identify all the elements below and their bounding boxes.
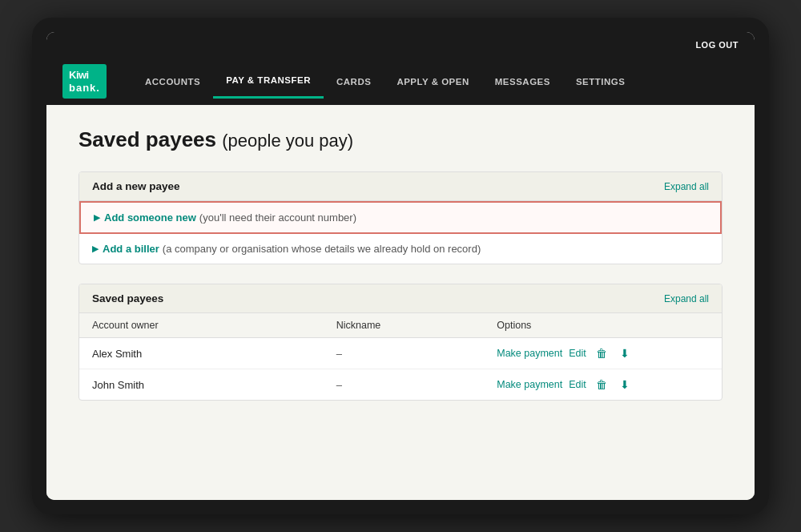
make-payment-link-1[interactable]: Make payment xyxy=(497,348,562,359)
top-bar: LOG OUT xyxy=(46,32,755,58)
table-row: Alex Smith – Make payment Edit 🗑 ⬇ xyxy=(79,338,722,369)
tablet-frame: LOG OUT Kiwi bank. ACCOUNTS PAY & TRANSF… xyxy=(32,18,769,514)
add-someone-new-row: ▶ Add someone new (you'll need their acc… xyxy=(79,201,722,234)
arrow-icon-someone-new: ▶ xyxy=(94,212,100,223)
delete-icon-1[interactable]: 🗑 xyxy=(593,345,610,361)
expand-icon-2[interactable]: ⬇ xyxy=(617,377,633,393)
nav-bar: Kiwi bank. ACCOUNTS PAY & TRANSFER CARDS… xyxy=(46,58,755,105)
arrow-icon-biller: ▶ xyxy=(92,244,99,254)
add-biller-link[interactable]: Add a biller xyxy=(103,243,159,255)
add-payee-section: Add a new payee Expand all ▶ Add someone… xyxy=(78,171,723,264)
options-cell-1: Make payment Edit 🗑 ⬇ xyxy=(497,345,709,361)
page-content: Saved payees (people you pay) Add a new … xyxy=(46,105,755,500)
page-subtitle: (people you pay) xyxy=(222,131,353,151)
logout-button[interactable]: LOG OUT xyxy=(695,40,739,50)
saved-payees-section-header: Saved payees Expand all xyxy=(79,284,722,313)
logo-line1: Kiwi xyxy=(69,69,100,82)
edit-link-1[interactable]: Edit xyxy=(569,348,586,359)
options-cell-2: Make payment Edit 🗑 ⬇ xyxy=(497,377,709,393)
col-header-account: Account owner xyxy=(79,313,324,338)
logo: Kiwi bank. xyxy=(62,58,119,105)
add-biller-helper: (a company or organisation whose details… xyxy=(163,243,481,255)
add-someone-new-link[interactable]: Add someone new xyxy=(104,212,196,224)
nav-cards[interactable]: CARDS xyxy=(324,66,384,98)
saved-payees-table: Account owner Nickname Options Alex Smit… xyxy=(79,313,722,400)
cell-nickname-1: – xyxy=(324,338,485,369)
logo-box: Kiwi bank. xyxy=(62,64,107,99)
nav-accounts[interactable]: ACCOUNTS xyxy=(132,66,213,98)
saved-payees-title: Saved payees xyxy=(92,292,163,304)
col-header-nickname: Nickname xyxy=(324,313,485,338)
nav-messages[interactable]: MESSAGES xyxy=(482,66,563,98)
table-header-row: Account owner Nickname Options xyxy=(79,313,722,338)
nav-pay-transfer[interactable]: PAY & TRANSFER xyxy=(213,64,324,99)
cell-options-2: Make payment Edit 🗑 ⬇ xyxy=(484,369,722,401)
nav-apply-open[interactable]: APPLY & OPEN xyxy=(384,66,481,98)
edit-link-2[interactable]: Edit xyxy=(569,379,586,390)
table-row: John Smith – Make payment Edit 🗑 ⬇ xyxy=(79,369,722,401)
cell-account-owner-2: John Smith xyxy=(79,369,324,401)
col-header-options: Options xyxy=(484,313,722,338)
nav-settings[interactable]: SETTINGS xyxy=(563,66,638,98)
saved-payees-section: Saved payees Expand all Account owner Ni… xyxy=(78,284,723,401)
tablet-screen: LOG OUT Kiwi bank. ACCOUNTS PAY & TRANSF… xyxy=(46,32,755,500)
add-payee-expand-all[interactable]: Expand all xyxy=(664,181,709,192)
add-biller-row: ▶ Add a biller (a company or organisatio… xyxy=(79,234,722,264)
cell-options-1: Make payment Edit 🗑 ⬇ xyxy=(484,338,722,369)
nav-items: ACCOUNTS PAY & TRANSFER CARDS APPLY & OP… xyxy=(132,64,638,99)
cell-account-owner-1: Alex Smith xyxy=(79,338,324,369)
add-payee-section-header: Add a new payee Expand all xyxy=(79,172,722,201)
saved-payees-expand-all[interactable]: Expand all xyxy=(664,293,709,304)
cell-nickname-2: – xyxy=(324,369,485,401)
delete-icon-2[interactable]: 🗑 xyxy=(593,377,610,393)
expand-icon-1[interactable]: ⬇ xyxy=(617,345,633,361)
logo-line2: bank. xyxy=(69,82,100,95)
page-title: Saved payees (people you pay) xyxy=(78,127,723,152)
make-payment-link-2[interactable]: Make payment xyxy=(497,379,562,390)
add-someone-new-helper: (you'll need their account number) xyxy=(199,212,356,224)
add-payee-title: Add a new payee xyxy=(92,180,180,192)
